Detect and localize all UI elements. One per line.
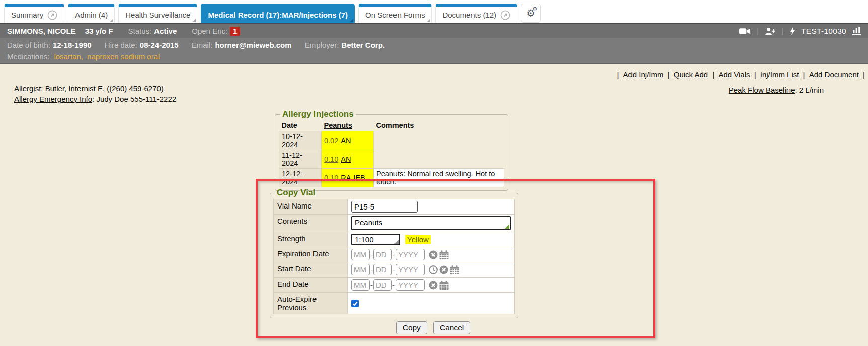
peak-flow-baseline-link[interactable]: Peak Flow Baseline (729, 86, 795, 94)
injection-date: 10-12-2024 (279, 131, 322, 150)
action-links-row: | Add Inj/Imm | Quick Add | Add Vials | … (617, 70, 865, 79)
toolbar-divider: | (781, 27, 783, 35)
calendar-icon[interactable] (450, 265, 459, 274)
tab-summary[interactable]: Summary (4, 4, 64, 23)
allergy-injections-legend: Allergy Injections (280, 109, 356, 119)
allergy-emergency-value: : Judy Doe 555-111-2222 (92, 95, 176, 103)
end-date-row: End Date -- (273, 277, 515, 293)
medications-label: Medications: (7, 52, 49, 61)
tab-health-surveillance[interactable]: Health Surveillance (118, 4, 197, 23)
code-link[interactable]: AN (341, 155, 351, 163)
link-separator: | (754, 70, 756, 79)
expiration-month-input[interactable] (351, 249, 370, 260)
copy-vial-legend: Copy Vial (275, 188, 318, 198)
auto-expire-row: Auto-Expire Previous (273, 292, 515, 314)
add-inj-imm-link[interactable]: Add Inj/Imm (623, 70, 663, 79)
vial-name-row: Vial Name (273, 199, 515, 215)
reaction-code: RA (341, 174, 351, 182)
tab-documents[interactable]: Documents (12) (435, 4, 517, 23)
dose-link[interactable]: 0.02 (324, 136, 338, 145)
expiration-day-input[interactable] (373, 249, 392, 260)
dose-link[interactable]: 0.10 (324, 155, 338, 163)
demographics-line: Date of birth:12-18-1990 Hire date:08-24… (7, 39, 861, 51)
video-camera-icon[interactable] (739, 28, 751, 35)
injection-date: 11-12-2024 (279, 150, 322, 169)
tab-dropdown-fold-icon (110, 19, 113, 22)
contents-textarea[interactable]: Peanuts (351, 216, 511, 230)
column-header-peanuts-link[interactable]: Peanuts (324, 121, 352, 129)
open-encounter-badge[interactable]: 1 (230, 27, 240, 36)
lightning-bolt-icon[interactable] (790, 27, 795, 35)
start-month-input[interactable] (351, 264, 370, 275)
allergist-value: : Butler, Internist E. ((260) 459-6270) (41, 84, 163, 93)
tab-on-screen-forms-label: On Screen Forms (365, 11, 425, 19)
employer-label: Employer: (305, 41, 339, 49)
end-year-input[interactable] (396, 279, 425, 291)
copy-button[interactable]: Copy (396, 321, 427, 334)
external-link-circle-icon[interactable] (47, 10, 57, 20)
contents-label: Contents (273, 214, 348, 232)
start-date-row: Start Date -- (273, 262, 515, 278)
settings-gear-button[interactable]: ⚙ ⚙ (521, 4, 541, 23)
clear-date-x-circle-icon[interactable] (429, 281, 438, 290)
copy-vial-section: Copy Vial Vial Name Contents Peanuts Str… (270, 188, 518, 318)
code-link[interactable]: IEB (353, 174, 365, 182)
injection-dose-cell: 0.10RAIEB (322, 169, 374, 187)
calendar-icon[interactable] (439, 250, 449, 259)
allergist-link[interactable]: Allergist (14, 84, 41, 93)
strength-input[interactable] (351, 234, 400, 245)
tab-medical-record[interactable]: Medical Record (17):MAR/Injections (7) (201, 4, 355, 23)
injection-comment (374, 131, 504, 150)
bar-chart-icon[interactable] (852, 27, 861, 35)
medication-link-naproxen[interactable]: naproxen sodium oral (87, 52, 160, 61)
dose-link[interactable]: 0.10 (324, 174, 338, 182)
clear-date-x-circle-icon[interactable] (439, 265, 448, 274)
auto-expire-checkbox[interactable] (351, 300, 359, 307)
patient-age-sex: 33 y/o F (85, 27, 113, 35)
injection-dose-cell: 0.02AN (322, 131, 374, 150)
tab-medical-record-label: Medical Record (17):MAR/Injections (7) (208, 11, 348, 19)
expiration-year-input[interactable] (396, 249, 425, 260)
add-document-link[interactable]: Add Document (809, 70, 859, 79)
calendar-icon[interactable] (439, 281, 449, 290)
injection-comment: Peanuts: Normal red swelling. Hot to tou… (374, 169, 504, 187)
strength-label: Strength (273, 232, 348, 247)
tab-admin-label: Admin (4) (75, 11, 108, 19)
add-vials-link[interactable]: Add Vials (718, 70, 750, 79)
end-day-input[interactable] (373, 279, 392, 291)
expiration-date-row: Expiration Date -- (273, 247, 515, 262)
medication-link-losartan[interactable]: losartan (54, 52, 81, 61)
quick-add-link[interactable]: Quick Add (674, 70, 708, 79)
tab-on-screen-forms[interactable]: On Screen Forms (358, 4, 432, 23)
allergy-emergency-info-link[interactable]: Allergy Emergency Info (14, 95, 92, 103)
code-link[interactable]: AN (341, 136, 351, 145)
injection-date: 12-12-2024 (279, 169, 322, 187)
tab-summary-label: Summary (11, 11, 43, 19)
hire-date-label: Hire date: (105, 41, 137, 49)
allergy-injections-table: Date Peanuts Comments 10-12-2024 0.02AN … (279, 120, 504, 187)
form-buttons-row: Copy Cancel (270, 321, 597, 334)
link-separator: | (803, 70, 805, 79)
vial-name-input[interactable] (351, 201, 418, 213)
start-day-input[interactable] (373, 264, 392, 275)
tab-dropdown-fold-icon (350, 19, 353, 22)
inj-imm-list-link[interactable]: Inj/Imm List (760, 70, 799, 79)
start-year-input[interactable] (396, 264, 425, 275)
dob-value: 12-18-1990 (53, 41, 92, 49)
medications-line: Medications: losartan, naproxen sodium o… (7, 51, 861, 62)
tab-health-surveillance-label: Health Surveillance (125, 11, 190, 19)
injection-dose-cell: 0.10AN (322, 150, 374, 169)
clock-icon[interactable] (429, 265, 438, 274)
clear-date-x-circle-icon[interactable] (429, 250, 438, 259)
content-area: | Add Inj/Imm | Quick Add | Add Vials | … (0, 64, 868, 346)
person-plus-icon[interactable] (765, 27, 775, 35)
cancel-button[interactable]: Cancel (433, 321, 470, 334)
external-link-circle-icon[interactable] (500, 10, 510, 20)
end-month-input[interactable] (351, 279, 370, 291)
demographics-bar: Date of birth:12-18-1990 Hire date:08-24… (0, 38, 868, 64)
tab-admin[interactable]: Admin (4) (68, 4, 115, 23)
allergy-contact-info: Allergist: Butler, Internist E. ((260) 4… (14, 83, 176, 104)
tab-documents-label: Documents (12) (442, 11, 496, 19)
strength-row: Strength Yellow (273, 232, 515, 247)
email-label: Email: (192, 41, 213, 49)
